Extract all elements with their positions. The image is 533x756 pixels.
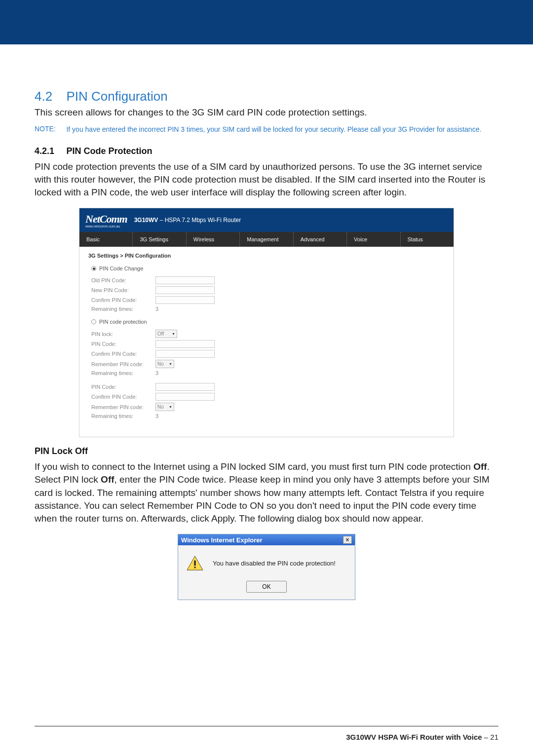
logo: NetComm www.netcomm.com.au bbox=[85, 213, 127, 228]
pin-code-label: PIN Code: bbox=[91, 341, 155, 347]
nav-management[interactable]: Management bbox=[239, 232, 293, 247]
pin-code-row: PIN Code: bbox=[91, 340, 445, 348]
old-pin-label: Old PIN Code: bbox=[91, 277, 155, 283]
remember-pin-select-3[interactable]: No ▼ bbox=[155, 403, 174, 411]
remaining-label-2: Remaining times: bbox=[91, 370, 155, 376]
new-pin-row: New PIN Code: bbox=[91, 286, 445, 294]
confirm-pin-input[interactable] bbox=[155, 296, 215, 304]
section-number: 4.2 bbox=[35, 89, 64, 104]
pin-lock-label: PIN lock: bbox=[91, 331, 155, 337]
svg-point-2 bbox=[194, 567, 196, 568]
router-header: NetComm www.netcomm.com.au 3G10WV – HSPA… bbox=[79, 208, 454, 232]
remember-pin-label-3: Remember PIN code: bbox=[91, 404, 155, 410]
footer-rule bbox=[35, 726, 498, 726]
chevron-down-icon: ▼ bbox=[172, 332, 175, 336]
remember-pin-select[interactable]: No ▼ bbox=[155, 360, 174, 368]
pin-code-input-3[interactable] bbox=[155, 383, 215, 391]
pin-code-change-group: PIN Code Change Old PIN Code: New PIN Co… bbox=[91, 265, 445, 312]
confirm-pin-label-3: Confirm PIN Code: bbox=[91, 394, 155, 400]
footer-title: 3G10WV HSPA Wi-Fi Router with Voice bbox=[346, 733, 482, 741]
note-text: If you have entered the incorrect PIN 3 … bbox=[66, 125, 491, 134]
nav-wireless[interactable]: Wireless bbox=[186, 232, 239, 247]
remaining-value: 3 bbox=[155, 306, 158, 312]
chevron-down-icon: ▼ bbox=[169, 405, 172, 409]
footer-text: 3G10WV HSPA Wi-Fi Router with Voice – 21 bbox=[346, 733, 498, 741]
top-blue-bar bbox=[0, 0, 533, 44]
remaining-label: Remaining times: bbox=[91, 306, 155, 312]
page-content: 4.2 PIN Configuration This screen allows… bbox=[0, 44, 533, 600]
old-pin-row: Old PIN Code: bbox=[91, 276, 445, 284]
confirm-pin-row-2: Confirm PIN Code: bbox=[91, 350, 445, 358]
confirm-pin-row-3: Confirm PIN Code: bbox=[91, 393, 445, 401]
pin-code-label-3: PIN Code: bbox=[91, 384, 155, 390]
radio-label: PIN code protection bbox=[99, 319, 147, 325]
pin-lock-value: Off bbox=[157, 331, 164, 337]
confirm-pin-label-2: Confirm PIN Code: bbox=[91, 351, 155, 357]
nav-voice[interactable]: Voice bbox=[346, 232, 400, 247]
pin-code-row-3: PIN Code: bbox=[91, 383, 445, 391]
pin-group-3: PIN Code: Confirm PIN Code: Remember PIN… bbox=[91, 383, 445, 419]
nav-3g-settings[interactable]: 3G Settings bbox=[132, 232, 186, 247]
p2-off1: Off bbox=[473, 461, 487, 472]
radio-label: PIN Code Change bbox=[99, 265, 143, 271]
model-number: 3G10WV bbox=[134, 217, 158, 224]
radio-pin-code-change[interactable]: PIN Code Change bbox=[91, 265, 445, 271]
dialog-row: You have disabled the PIN code protectio… bbox=[186, 555, 347, 571]
remaining-value-3: 3 bbox=[155, 413, 158, 419]
dialog-body: You have disabled the PIN code protectio… bbox=[178, 545, 355, 600]
paragraph-1: PIN code protection prevents the use of … bbox=[35, 160, 498, 199]
remaining-value-2: 3 bbox=[155, 370, 158, 376]
paragraph-2: If you wish to connect to the Internet u… bbox=[35, 460, 498, 525]
dialog-message: You have disabled the PIN code protectio… bbox=[213, 560, 336, 567]
subsection-heading: 4.2.1 PIN Code Protection bbox=[35, 139, 498, 156]
close-icon[interactable]: × bbox=[343, 536, 352, 544]
p2-a: If you wish to connect to the Internet u… bbox=[35, 461, 473, 472]
old-pin-input[interactable] bbox=[155, 276, 215, 284]
footer-page: – 21 bbox=[482, 733, 498, 741]
radio-pin-code-protection[interactable]: PIN code protection bbox=[91, 319, 445, 325]
chevron-down-icon: ▼ bbox=[169, 362, 172, 366]
pin-lock-row: PIN lock: Off ▼ bbox=[91, 330, 445, 338]
subsection-number: 4.2.1 bbox=[35, 146, 64, 156]
ok-button[interactable]: OK bbox=[246, 581, 287, 593]
note-row: NOTE: If you have entered the incorrect … bbox=[35, 125, 498, 134]
nav-status[interactable]: Status bbox=[400, 232, 454, 247]
section-title: PIN Configuration bbox=[66, 89, 167, 104]
model-label: 3G10WV – HSPA 7.2 Mbps Wi-Fi Router bbox=[134, 217, 241, 224]
nav-advanced[interactable]: Advanced bbox=[293, 232, 346, 247]
p2-off2: Off bbox=[101, 474, 114, 485]
note-label: NOTE: bbox=[35, 125, 64, 133]
remember-pin-row: Remember PIN code: No ▼ bbox=[91, 360, 445, 368]
pin-code-input[interactable] bbox=[155, 340, 215, 348]
radio-icon bbox=[91, 319, 96, 324]
model-desc: – HSPA 7.2 Mbps Wi-Fi Router bbox=[158, 217, 241, 224]
section-heading: 4.2 PIN Configuration bbox=[35, 89, 498, 104]
pin-lock-off-heading: PIN Lock Off bbox=[35, 446, 498, 456]
remaining-label-3: Remaining times: bbox=[91, 413, 155, 419]
confirm-pin-input-2[interactable] bbox=[155, 350, 215, 358]
svg-rect-1 bbox=[194, 561, 196, 566]
confirm-pin-label: Confirm PIN Code: bbox=[91, 297, 155, 303]
router-nav: Basic 3G Settings Wireless Management Ad… bbox=[79, 232, 454, 247]
remember-pin-label: Remember PIN code: bbox=[91, 361, 155, 367]
new-pin-label: New PIN Code: bbox=[91, 287, 155, 293]
confirm-pin-row: Confirm PIN Code: bbox=[91, 296, 445, 304]
remember-pin-value-3: No bbox=[157, 404, 164, 410]
pin-code-protection-group: PIN code protection PIN lock: Off ▼ PIN … bbox=[91, 319, 445, 376]
router-ui-screenshot: NetComm www.netcomm.com.au 3G10WV – HSPA… bbox=[79, 208, 454, 437]
dialog-titlebar: Windows Internet Explorer × bbox=[178, 534, 355, 545]
radio-icon bbox=[91, 266, 96, 271]
pin-lock-select[interactable]: Off ▼ bbox=[155, 330, 177, 338]
remember-pin-value: No bbox=[157, 361, 164, 367]
subsection-title: PIN Code Protection bbox=[66, 146, 152, 156]
new-pin-input[interactable] bbox=[155, 286, 215, 294]
intro-text: This screen allows for changes to the 3G… bbox=[35, 106, 498, 119]
breadcrumb: 3G Settings > PIN Configuration bbox=[88, 253, 445, 259]
remaining-row: Remaining times: 3 bbox=[91, 306, 445, 312]
confirm-pin-input-3[interactable] bbox=[155, 393, 215, 401]
ie-dialog: Windows Internet Explorer × You have dis… bbox=[178, 534, 355, 600]
router-body: 3G Settings > PIN Configuration PIN Code… bbox=[79, 247, 454, 437]
remaining-row-2: Remaining times: 3 bbox=[91, 370, 445, 376]
nav-basic[interactable]: Basic bbox=[79, 232, 132, 247]
remaining-row-3: Remaining times: 3 bbox=[91, 413, 445, 419]
